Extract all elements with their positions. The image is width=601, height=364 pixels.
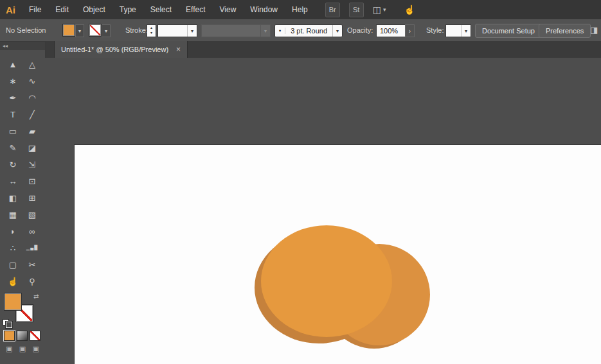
chevron-down-icon: ▾ [383,6,386,13]
fill-dropdown-arrow[interactable]: ▾ [75,24,84,37]
stroke-color-swatch[interactable] [89,24,101,36]
pencil-tool[interactable]: ✎ [3,139,22,156]
draw-normal-icon[interactable]: ▣ [6,345,12,353]
draw-behind-icon[interactable]: ▣ [19,345,26,353]
opacity-value: 100% [377,27,398,35]
swap-fill-stroke-icon[interactable]: ⇄ [33,293,39,300]
none-button[interactable] [30,331,40,341]
opacity-label[interactable]: Opacity: [347,26,373,34]
stock-button[interactable]: St [349,3,364,17]
pen-tool[interactable]: ✒ [3,89,22,106]
menu-edit[interactable]: Edit [48,0,76,19]
opacity-input[interactable]: 100% [376,24,406,37]
color-button[interactable] [4,331,15,341]
document-tab-title: Untitled-1* @ 50% (RGB/Preview) [61,46,168,53]
combo-arrow-icon[interactable]: ▾ [461,25,471,37]
paintbrush-tool[interactable]: ▰ [22,123,42,139]
combo-arrow-icon[interactable]: ▾ [187,25,197,37]
touch-workspace-icon[interactable]: ☝ [404,4,415,15]
fill-stroke-indicator: ⇄ [0,292,45,328]
fill-color-swatch[interactable] [63,24,75,36]
scale-tool[interactable]: ⇲ [22,156,42,173]
menu-help[interactable]: Help [285,0,315,19]
panel-collapse-icon[interactable]: ◂◂ [0,42,45,50]
perspective-grid-tool[interactable]: ⊞ [22,189,42,206]
cloud-main-ellipse[interactable] [261,225,392,337]
menu-bar: Ai File Edit Object Type Select Effect V… [0,0,601,19]
default-fill-stroke-icon[interactable] [3,319,13,327]
selection-tool[interactable]: ▲ [3,56,22,73]
workspace-icon: ◫ [373,4,381,15]
stepper-up-icon[interactable]: ▴ [147,25,156,30]
rotate-tool[interactable]: ↻ [3,156,22,173]
column-graph-tool[interactable]: ▁▄█ [22,239,42,256]
graphic-style-combo[interactable]: ▾ [445,24,471,37]
blend-tool[interactable]: ∞ [22,223,42,239]
brush-definition-combo[interactable]: • 3 pt. Round ▾ [274,24,343,37]
document-setup-button[interactable]: Document Setup [475,24,542,38]
artboard-tool[interactable]: ▢ [3,256,22,273]
rectangle-tool[interactable]: ▭ [3,123,22,139]
combo-arrow-icon: ▾ [260,25,270,37]
illustrator-window: Ai File Edit Object Type Select Effect V… [0,0,601,364]
direct-selection-tool[interactable]: △ [22,56,42,73]
menu-select[interactable]: Select [143,0,179,19]
artboard[interactable] [74,144,601,364]
canvas-pasteboard[interactable] [45,58,601,364]
document-tab-strip: Untitled-1* @ 50% (RGB/Preview) × [45,41,601,58]
eraser-tool[interactable]: ◪ [22,139,42,156]
curvature-tool[interactable]: ◠ [22,89,42,106]
color-mode-buttons [0,328,45,341]
opacity-popout-arrow[interactable]: › [405,24,415,37]
stroke-weight-stepper[interactable]: ▴ ▾ [147,24,156,37]
panel-dock-icon[interactable]: ◨ [590,25,598,35]
app-logo: Ai [0,4,22,15]
eyedropper-tool[interactable]: ◗ [3,223,22,239]
symbol-sprayer-tool[interactable]: ∴ [3,239,22,256]
menu-file[interactable]: File [22,0,48,19]
width-tool[interactable]: ↔ [3,173,22,189]
brush-value: 3 pt. Round [285,27,332,35]
document-tab[interactable]: Untitled-1* @ 50% (RGB/Preview) × [54,41,188,58]
style-label: Style: [426,26,444,34]
combo-arrow-icon[interactable]: ▾ [332,25,342,37]
tools-panel: ◂◂ ▲ △ ∗ ∿ ✒ ◠ T ╱ ▭ ▰ ✎ ◪ ↻ ⇲ ↔ ⊡ ◧ ⊞ ▦… [0,41,46,364]
fill-swatch[interactable] [4,293,21,310]
mesh-tool[interactable]: ▦ [3,206,22,223]
stroke-weight-combo[interactable]: ▾ [157,24,197,37]
draw-inside-icon[interactable]: ▣ [33,345,39,353]
brush-bullet-icon: • [275,28,285,34]
workspace-switcher[interactable]: ◫ ▾ [373,4,386,15]
bridge-button[interactable]: Br [325,3,340,17]
stroke-label[interactable]: Stroke: [125,26,148,34]
gradient-tool[interactable]: ▧ [22,206,42,223]
drawing-mode-buttons: ▣ ▣ ▣ [0,341,45,353]
selection-status: No Selection [6,26,46,34]
free-transform-tool[interactable]: ⊡ [22,173,42,189]
menu-type[interactable]: Type [112,0,143,19]
stepper-down-icon[interactable]: ▾ [147,30,156,35]
hand-tool[interactable]: ☝ [3,273,22,290]
zoom-tool[interactable]: ⚲ [22,273,42,290]
close-icon[interactable]: × [176,45,181,54]
slice-tool[interactable]: ✂ [22,256,42,273]
menu-effect[interactable]: Effect [179,0,212,19]
menu-window[interactable]: Window [243,0,285,19]
variable-width-profile-combo: ▾ [201,24,271,37]
default-stroke-square [6,322,12,328]
tools-grid: ▲ △ ∗ ∿ ✒ ◠ T ╱ ▭ ▰ ✎ ◪ ↻ ⇲ ↔ ⊡ ◧ ⊞ ▦ ▧ … [0,56,45,290]
artwork [75,145,601,364]
lasso-tool[interactable]: ∿ [22,73,42,89]
magic-wand-tool[interactable]: ∗ [3,73,22,89]
menu-view[interactable]: View [213,0,244,19]
type-tool[interactable]: T [3,106,22,123]
stroke-dropdown-arrow[interactable]: ▾ [102,24,111,37]
line-segment-tool[interactable]: ╱ [22,106,42,123]
preferences-button[interactable]: Preferences [539,24,591,38]
menu-object[interactable]: Object [76,0,112,19]
control-bar: No Selection ▾ ▾ Stroke: ▴ ▾ ▾ ▾ • 3 pt.… [0,19,601,42]
shape-builder-tool[interactable]: ◧ [3,189,22,206]
gradient-button[interactable] [17,331,28,341]
